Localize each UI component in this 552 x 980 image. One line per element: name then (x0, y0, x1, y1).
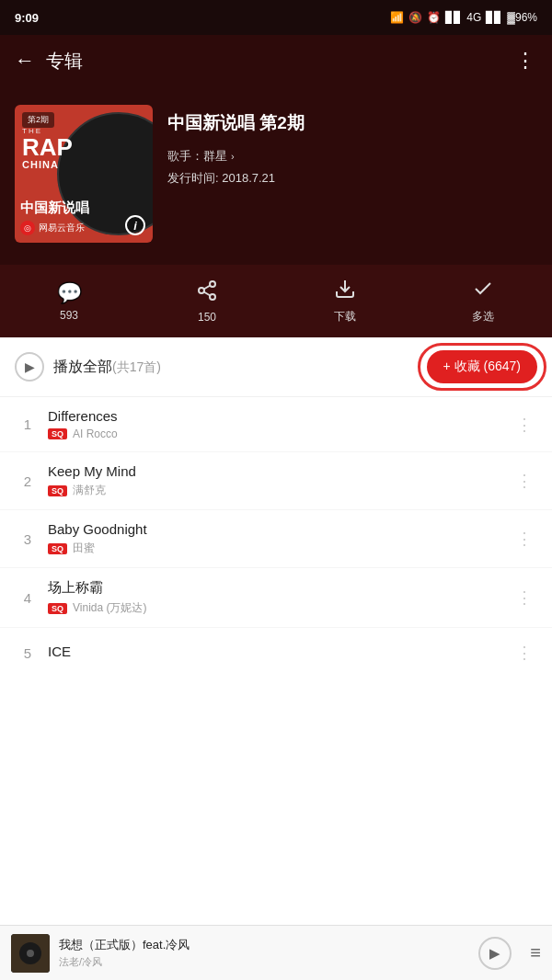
list-item[interactable]: 2 Keep My Mind SQ 满舒克 ⋮ (0, 452, 552, 510)
album-title: 中国新说唱 第2期 (167, 112, 537, 135)
song-info: Baby Goodnight SQ 田蜜 (48, 521, 512, 556)
action-bar: 💬 593 150 下载 多选 (0, 265, 552, 337)
play-all-left: ▶ 播放全部(共17首) (15, 352, 427, 382)
song-list-section: ▶ 播放全部(共17首) + 收藏 (6647) 1 Differences S… (0, 337, 552, 678)
download-button[interactable]: 下载 (276, 278, 414, 325)
share-icon (196, 279, 218, 307)
song-title: Keep My Mind (48, 463, 512, 479)
brand-logo-icon: ◎ (20, 221, 35, 235)
4g-label: 4G (466, 11, 481, 24)
sq-badge: SQ (48, 485, 67, 496)
brand-row: ◎ 网易云音乐 (20, 221, 85, 235)
svg-line-3 (204, 291, 211, 295)
sq-badge: SQ (48, 603, 67, 614)
status-bar: 9:09 📶 🔕 ⏰ ▊▊ 4G ▊▊ ▓96% (0, 0, 552, 35)
svg-point-0 (210, 281, 215, 287)
status-time: 9:09 (15, 11, 39, 25)
now-playing-title: 我想（正式版）feat.冷风 (59, 937, 469, 953)
song-artist-row: SQ Vinida (万妮达) (48, 600, 512, 616)
now-playing-thumbnail (11, 934, 50, 973)
battery-icon: ▓96% (507, 11, 537, 24)
list-item[interactable]: 4 场上称霸 SQ Vinida (万妮达) ⋮ (0, 568, 552, 628)
release-label: 发行时间: 2018.7.21 (167, 170, 275, 187)
collect-button-wrapper: + 收藏 (6647) (427, 350, 537, 383)
song-title: Baby Goodnight (48, 521, 512, 537)
song-title: 场上称霸 (48, 579, 512, 597)
album-section: 第2期 THE RAP CHINA 中国新说唱 ◎ 网易云音乐 i 中国新说唱 … (0, 86, 552, 265)
song-info: 场上称霸 SQ Vinida (万妮达) (48, 579, 512, 616)
album-art-image: 第2期 THE RAP CHINA 中国新说唱 ◎ 网易云音乐 i (15, 105, 153, 243)
list-item[interactable]: 5 ICE ⋮ (0, 628, 552, 678)
song-artist: AI Rocco (73, 427, 118, 440)
signal-icon: ▊▊ (445, 11, 462, 24)
song-number: 1 (15, 416, 40, 432)
song-more-button[interactable]: ⋮ (512, 639, 537, 667)
list-item[interactable]: 1 Differences SQ AI Rocco ⋮ (0, 397, 552, 452)
select-label: 多选 (472, 309, 494, 325)
album-artist[interactable]: 歌手：群星 › (167, 148, 537, 165)
now-playing-artist: 法老/冷风 (59, 955, 469, 969)
list-item[interactable]: 3 Baby Goodnight SQ 田蜜 ⋮ (0, 510, 552, 568)
svg-point-9 (27, 950, 34, 957)
song-more-button[interactable]: ⋮ (512, 525, 537, 553)
song-info: Differences SQ AI Rocco (48, 408, 512, 440)
signal2-icon: ▊▊ (486, 11, 502, 24)
album-release: 发行时间: 2018.7.21 (167, 170, 537, 187)
song-artist-row: SQ AI Rocco (48, 427, 512, 440)
now-playing-info: 我想（正式版）feat.冷风 法老/冷风 (59, 937, 469, 969)
list-icon: ≡ (530, 942, 541, 963)
now-playing-bar: 我想（正式版）feat.冷风 法老/冷风 ▶ ≡ (0, 925, 552, 980)
page-header: ← 专辑 ⋮ (0, 35, 552, 86)
play-icon: ▶ (25, 359, 35, 374)
now-playing-list-button[interactable]: ≡ (530, 942, 541, 963)
comment-icon: 💬 (57, 281, 82, 305)
check-icon (472, 278, 494, 305)
now-playing-play-button[interactable]: ▶ (478, 937, 512, 970)
collect-button[interactable]: + 收藏 (6647) (427, 350, 537, 383)
song-number: 4 (15, 590, 40, 606)
page-title: 专辑 (46, 49, 515, 74)
info-icon[interactable]: i (125, 215, 145, 235)
more-button[interactable]: ⋮ (515, 49, 537, 73)
rap-label: RAP (22, 135, 73, 159)
song-more-button[interactable]: ⋮ (512, 584, 537, 611)
share-button[interactable]: 150 (138, 279, 276, 324)
sq-badge: SQ (48, 428, 67, 439)
alarm-icon: ⏰ (427, 11, 441, 24)
play-all-button[interactable]: ▶ (15, 352, 44, 382)
download-label: 下载 (334, 309, 356, 325)
rap-text-block: THE RAP CHINA (22, 127, 73, 170)
play-all-count: (共17首) (112, 359, 161, 374)
bluetooth-icon: 📶 (390, 11, 404, 24)
song-more-button[interactable]: ⋮ (512, 467, 537, 495)
artist-chevron: › (231, 151, 235, 162)
mute-icon: 🔕 (408, 11, 422, 24)
play-all-label: 播放全部 (53, 359, 112, 374)
svg-point-1 (199, 288, 204, 293)
album-art: 第2期 THE RAP CHINA 中国新说唱 ◎ 网易云音乐 i (15, 105, 153, 243)
song-artist: 田蜜 (73, 541, 95, 556)
svg-line-4 (204, 285, 211, 289)
song-title: Differences (48, 408, 512, 424)
song-artist-row: SQ 田蜜 (48, 541, 512, 556)
download-icon (334, 278, 356, 305)
artist-label: 歌手：群星 (167, 148, 227, 165)
multiselect-button[interactable]: 多选 (414, 278, 552, 325)
song-number: 2 (15, 473, 40, 489)
play-all-bar: ▶ 播放全部(共17首) + 收藏 (6647) (0, 337, 552, 397)
album-details: 中国新说唱 第2期 歌手：群星 › 发行时间: 2018.7.21 (167, 105, 537, 192)
comment-count: 593 (60, 309, 78, 322)
svg-point-2 (210, 294, 215, 300)
song-more-button[interactable]: ⋮ (512, 411, 537, 439)
song-number: 3 (15, 531, 40, 547)
chinese-name: 中国新说唱 (20, 199, 89, 217)
song-artist: 满舒克 (73, 483, 106, 498)
back-button[interactable]: ← (15, 49, 35, 73)
brand-name: 网易云音乐 (39, 222, 85, 234)
song-number: 5 (15, 645, 40, 661)
comment-button[interactable]: 💬 593 (0, 281, 138, 322)
status-icons: 📶 🔕 ⏰ ▊▊ 4G ▊▊ ▓96% (390, 11, 537, 24)
song-title: ICE (48, 644, 512, 659)
play-icon: ▶ (489, 945, 500, 962)
song-artist: Vinida (万妮达) (73, 600, 146, 616)
